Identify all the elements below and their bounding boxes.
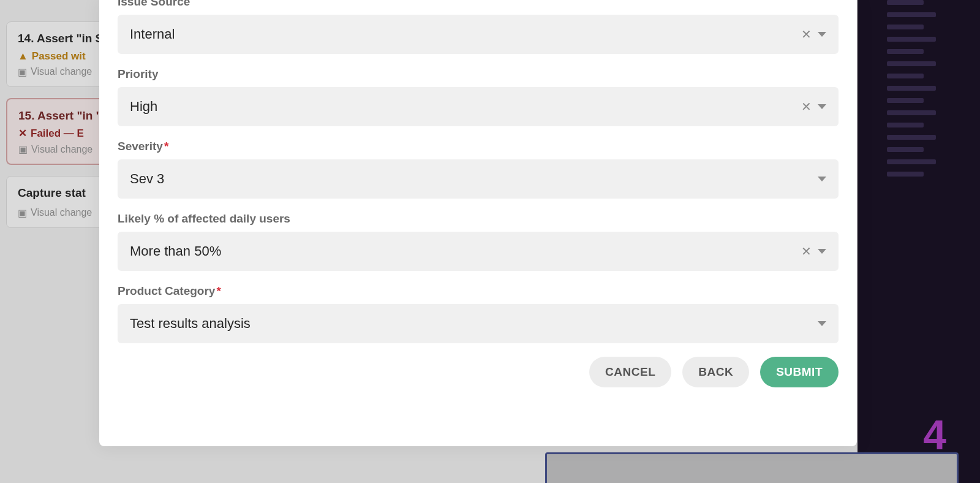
select-controls: ✕ — [801, 244, 826, 259]
select-value: Test results analysis — [130, 316, 818, 332]
field-severity: Severity* Sev 3 — [118, 140, 839, 199]
field-issue-source: Issue Source Internal ✕ — [118, 0, 839, 54]
chevron-down-icon[interactable] — [818, 321, 826, 326]
cancel-button[interactable]: CANCEL — [589, 357, 671, 387]
field-label: Likely % of affected daily users — [118, 212, 839, 226]
submit-button[interactable]: SUBMIT — [760, 357, 839, 387]
chevron-down-icon[interactable] — [818, 249, 826, 254]
field-priority: Priority High ✕ — [118, 67, 839, 126]
select-value: High — [130, 99, 801, 115]
select-value: Internal — [130, 26, 801, 42]
select-controls — [818, 321, 826, 326]
field-label: Priority — [118, 67, 839, 81]
chevron-down-icon[interactable] — [818, 32, 826, 37]
modal-actions: CANCEL BACK SUBMIT — [118, 357, 839, 387]
select-controls: ✕ — [801, 99, 826, 114]
severity-select[interactable]: Sev 3 — [118, 159, 839, 199]
chevron-down-icon[interactable] — [818, 104, 826, 109]
field-label: Severity* — [118, 140, 839, 153]
issue-source-select[interactable]: Internal ✕ — [118, 15, 839, 54]
back-button[interactable]: BACK — [682, 357, 749, 387]
clear-icon[interactable]: ✕ — [801, 244, 812, 259]
select-controls — [818, 177, 826, 181]
select-value: More than 50% — [130, 243, 801, 259]
clear-icon[interactable]: ✕ — [801, 27, 812, 42]
field-affected-users: Likely % of affected daily users More th… — [118, 212, 839, 271]
select-value: Sev 3 — [130, 171, 818, 187]
chevron-down-icon[interactable] — [818, 177, 826, 181]
clear-icon[interactable]: ✕ — [801, 99, 812, 114]
field-label: Issue Source — [118, 0, 839, 9]
field-product-category: Product Category* Test results analysis — [118, 284, 839, 343]
required-asterisk: * — [164, 140, 168, 153]
select-controls: ✕ — [801, 27, 826, 42]
issue-form-modal: Issue Source Internal ✕ Priority High ✕ … — [99, 0, 857, 446]
field-label: Product Category* — [118, 284, 839, 298]
priority-select[interactable]: High ✕ — [118, 87, 839, 126]
affected-users-select[interactable]: More than 50% ✕ — [118, 232, 839, 271]
required-asterisk: * — [216, 284, 221, 297]
product-category-select[interactable]: Test results analysis — [118, 304, 839, 343]
